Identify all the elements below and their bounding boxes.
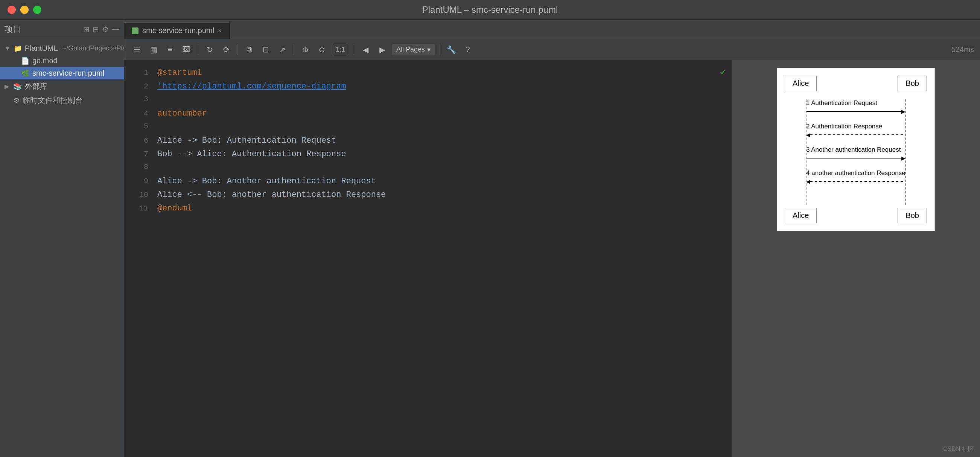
hamburger-btn[interactable]: ☰ [130, 43, 144, 56]
code-line-8: 8 [124, 161, 732, 175]
sidebar-item-gomod[interactable]: 📄 go.mod [0, 54, 124, 67]
app-body: 项目 ⊞ ⊟ ⚙ — ▼ 📁 PlantUML ~/GolandProjects… [0, 19, 980, 457]
tools-btn[interactable]: 🔧 [444, 43, 458, 56]
line-content-6: Alice -> Bob: Authentication Request [158, 134, 725, 147]
window-title: PlantUML – smc-service-run.puml [422, 5, 558, 15]
line-num-5: 5 [130, 121, 148, 132]
auto-refresh-btn[interactable]: ⟳ [220, 43, 233, 56]
render-time: 524ms [951, 45, 974, 54]
code-line-7: 7 Bob --> Alice: Authentication Response [124, 148, 732, 161]
maximize-button[interactable] [33, 6, 41, 14]
line-content-10: Alice <-- Bob: another authentication Re… [158, 188, 725, 201]
close-panel-icon[interactable]: — [112, 25, 119, 33]
arrow-line-dashed [810, 134, 905, 135]
file-icon: 📄 [21, 57, 29, 65]
tab-file-icon [132, 27, 138, 34]
tab-bar: smc-service-run.puml × [124, 19, 980, 39]
sidebar-item-temp[interactable]: ⚙ 临时文件和控制台 [0, 93, 124, 107]
separator-3 [294, 45, 294, 55]
expand-arrow-ext: ▶ [5, 83, 11, 90]
actor-alice-bottom: Alice [785, 208, 817, 223]
close-button[interactable] [8, 6, 16, 14]
prev-btn[interactable]: ◀ [359, 43, 372, 56]
watermark: CSDN 社区 [943, 445, 974, 453]
lifeline-alice [806, 99, 807, 205]
separator-1 [198, 45, 198, 55]
separator-2 [237, 45, 238, 55]
diagram-body: 1 Authentication Request ▶ 2 Authenticat… [785, 99, 927, 205]
copy-btn[interactable]: ⧉ [242, 43, 256, 56]
line-num-3: 3 [130, 93, 148, 105]
expand-icon[interactable]: ⊞ [83, 25, 89, 34]
temp-icon: ⚙ [14, 96, 19, 105]
expand-arrow-icon: ▼ [5, 45, 11, 52]
pages-dropdown[interactable]: All Pages ▾ [392, 44, 435, 55]
actor-bob-bottom: Bob [897, 208, 927, 223]
project-label: 项目 [5, 24, 80, 35]
image-btn[interactable]: 🖼 [180, 43, 193, 56]
code-line-5: 5 [124, 121, 732, 134]
tab-label: smc-service-run.puml [142, 26, 214, 35]
tab-close-button[interactable]: × [218, 27, 221, 34]
line-content-7: Bob --> Alice: Authentication Response [158, 148, 725, 161]
arrow-line-dashed-4 [810, 181, 905, 182]
next-btn[interactable]: ▶ [375, 43, 389, 56]
checkmark-icon: ✓ [721, 66, 725, 80]
sidebar: 项目 ⊞ ⊟ ⚙ — ▼ 📁 PlantUML ~/GolandProjects… [0, 19, 124, 457]
ratio-btn[interactable]: 1:1 [332, 44, 349, 55]
line-num-6: 6 [130, 135, 148, 147]
split-btn[interactable]: ⊡ [259, 43, 272, 56]
diagram-actors-bottom: Alice Bob [785, 208, 927, 223]
actor-alice-top: Alice [785, 76, 817, 91]
settings-icon[interactable]: ⚙ [102, 25, 109, 34]
titlebar: PlantUML – smc-service-run.puml [0, 0, 980, 19]
tab-smc-service-run[interactable]: smc-service-run.puml × [124, 22, 229, 39]
line-num-4: 4 [130, 108, 148, 120]
help-btn[interactable]: ? [461, 43, 474, 56]
folder-icon: 📁 [14, 45, 22, 53]
line-num-2: 2 [130, 81, 148, 92]
code-line-1: 1 @startuml ✓ [124, 66, 732, 80]
preview-panel: Alice Bob 1 Authentication Request ▶ [732, 60, 980, 457]
arrowhead-left-icon-4: ◀ [806, 178, 810, 185]
puml-icon: 🌿 [21, 69, 29, 78]
code-line-3: 3 [124, 93, 732, 107]
traffic-lights [8, 6, 41, 14]
separator-5 [439, 45, 440, 55]
gomod-label: go.mod [32, 56, 57, 65]
editor-toolbar: ☰ ▦ ≡ 🖼 ↻ ⟳ ⧉ ⊡ ↗ ⊕ ⊖ 1:1 ◀ ▶ All Pages … [124, 39, 980, 60]
refresh-btn[interactable]: ↻ [203, 43, 216, 56]
sidebar-item-plantuml[interactable]: ▼ 📁 PlantUML ~/GolandProjects/Plant [0, 42, 124, 54]
arrow-line-solid [806, 111, 901, 112]
puml-label: smc-service-run.puml [32, 69, 104, 78]
diagram-actors-top: Alice Bob [785, 76, 927, 91]
list-btn[interactable]: ≡ [163, 43, 177, 56]
line-content-4: autonumber [158, 107, 725, 120]
sidebar-item-puml[interactable]: 🌿 smc-service-run.puml [0, 67, 124, 80]
collapse-icon[interactable]: ⊟ [92, 25, 99, 34]
line-num-9: 9 [130, 175, 148, 188]
external-icon: 📚 [14, 83, 22, 91]
line-num-7: 7 [130, 148, 148, 160]
grid-btn[interactable]: ▦ [147, 43, 160, 56]
zoom-out-btn[interactable]: ⊖ [315, 43, 329, 56]
line-num-11: 11 [130, 202, 148, 215]
code-line-6: 6 Alice -> Bob: Authentication Request [124, 134, 732, 148]
zoom-in-btn[interactable]: ⊕ [298, 43, 312, 56]
editor-split: 1 @startuml ✓ 2 'https://plantuml.com/se… [124, 60, 980, 457]
code-line-9: 9 Alice -> Bob: Another authentication R… [124, 175, 732, 188]
export-btn[interactable]: ↗ [275, 43, 289, 56]
pages-label: All Pages [396, 46, 425, 53]
lifeline-bob [905, 99, 906, 205]
minimize-button[interactable] [20, 6, 29, 14]
code-editor[interactable]: 1 @startuml ✓ 2 'https://plantuml.com/se… [124, 60, 732, 457]
external-label: 外部库 [25, 81, 48, 91]
arrowhead-left-icon: ◀ [806, 132, 810, 138]
sidebar-item-external[interactable]: ▶ 📚 外部库 [0, 80, 124, 93]
line-num-10: 10 [130, 189, 148, 201]
plantuml-label: PlantUML [25, 44, 58, 53]
main-content: smc-service-run.puml × ☰ ▦ ≡ 🖼 ↻ ⟳ ⧉ ⊡ ↗… [124, 19, 980, 457]
line-content-2: 'https://plantuml.com/sequence-diagram [158, 80, 725, 93]
arrow-line-solid-3 [806, 158, 901, 158]
actor-bob-top: Bob [897, 76, 927, 91]
